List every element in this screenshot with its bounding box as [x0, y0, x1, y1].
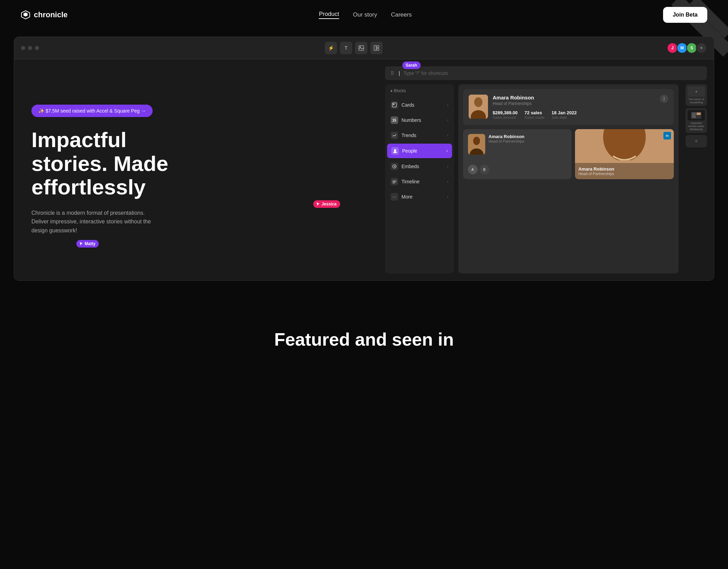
hero-text-panel: ✨ $7.5M seed raised with Accel & Square …: [14, 59, 378, 280]
seed-badge[interactable]: ✨ $7.5M seed raised with Accel & Square …: [31, 105, 153, 117]
svg-rect-30: [697, 113, 701, 115]
profile-name: Amara Robinson: [493, 95, 655, 100]
nav-careers[interactable]: Careers: [391, 11, 412, 18]
svg-point-23: [473, 137, 480, 145]
svg-point-20: [664, 98, 664, 99]
block-item-more[interactable]: ··· More ›: [385, 189, 454, 204]
svg-rect-29: [692, 113, 696, 118]
logo-text: chronicle: [34, 10, 68, 19]
mini-thumb-1[interactable]: ✦ The future of storytelling: [686, 84, 707, 106]
window-toolbar: ⚡ T: [325, 42, 383, 54]
cursor-sarah: Sarah: [402, 61, 421, 69]
logo: chronicle: [21, 10, 68, 20]
more-icon: ···: [391, 193, 398, 201]
svg-rect-5: [377, 46, 379, 48]
numbers-chevron: ›: [447, 118, 449, 123]
timeline-chevron: ›: [447, 179, 449, 184]
window-avatars: J M S +: [668, 42, 707, 54]
toolbar-bolt[interactable]: ⚡: [325, 42, 337, 54]
slash-placeholder: Type "/" for shortcuts: [403, 70, 448, 76]
svg-rect-14: [393, 182, 396, 182]
featured-title: Featured and seen in: [21, 329, 707, 350]
person-card-warm: Amara Robinson Head of Partnerships in: [575, 129, 674, 179]
app-window: ⚡ T J: [14, 37, 714, 281]
cursor-jessica: Jessica: [313, 200, 340, 208]
embeds-icon: [391, 163, 398, 170]
below-fold: Featured and seen in: [0, 301, 728, 377]
window-dot-red: [21, 46, 25, 50]
blocks-area: ♦ Blocks Cards: [385, 84, 707, 273]
profile-stats: $289,389.00 Sales amount 72 sales Sales …: [493, 110, 655, 119]
avatar-add-button[interactable]: +: [696, 42, 707, 54]
svg-rect-7: [392, 103, 396, 107]
profile-info: Amara Robinson Head of Partnerships $289…: [493, 95, 655, 119]
hero-subtext: Chronicle is a modern format of presenta…: [31, 209, 163, 235]
window-dots: [21, 46, 39, 50]
profile-card-menu[interactable]: [660, 95, 668, 103]
drag-handle: ⠿: [391, 70, 394, 76]
toolbar-layout[interactable]: [370, 42, 383, 54]
window-dot-yellow: [28, 46, 32, 50]
cursor-indicator: |: [399, 70, 400, 76]
block-item-cards[interactable]: Cards ›: [385, 97, 454, 113]
svg-rect-6: [377, 48, 379, 50]
nav-links: Product Our story Careers: [319, 11, 412, 19]
linkedin-badge: in: [663, 132, 671, 139]
stat-join-date: 18 Jan 2022 Join date: [552, 110, 577, 119]
svg-point-10: [394, 149, 396, 151]
svg-rect-15: [393, 183, 395, 183]
nav-product[interactable]: Product: [319, 11, 339, 19]
hero-heading: Impactful stories. Made effortlessly: [31, 128, 361, 199]
block-item-timeline[interactable]: Timeline ›: [385, 174, 454, 189]
people-icon: [391, 147, 399, 155]
window-content: ✨ $7.5M seed raised with Accel & Square …: [14, 59, 714, 280]
right-panel: ⠿ | Type "/" for shortcuts Sarah ♦ Block…: [378, 59, 714, 280]
person-card-name-2: Amara Robinson: [578, 166, 670, 172]
join-beta-button[interactable]: Join Beta: [663, 7, 707, 23]
person-photo-2: [575, 129, 674, 160]
svg-point-17: [474, 97, 482, 107]
window-dot-green: [35, 46, 39, 50]
cards-icon: [391, 101, 398, 109]
hero-section: ⚡ T J: [0, 30, 728, 301]
card-avatar-2: B: [480, 165, 489, 174]
person-card-name-1: Amara Robinson: [489, 134, 525, 139]
block-item-trends[interactable]: Trends ›: [385, 128, 454, 143]
cards-preview: Amara Robinson Head of Partnerships $289…: [458, 84, 679, 273]
stat-sales-made: 72 sales Sales made: [525, 110, 545, 119]
blocks-header: ♦ Blocks: [385, 84, 454, 97]
slash-input-bar[interactable]: ⠿ | Type "/" for shortcuts Sarah: [385, 66, 707, 80]
person-card-dark: Amara Robinson Head of Partnerships A B: [463, 129, 572, 179]
person-card-role-1: Head of Partnerships: [489, 139, 525, 143]
card-avatar-1: A: [468, 165, 478, 174]
svg-rect-9: [392, 133, 396, 137]
numbers-icon: 15: [391, 116, 398, 124]
stat-sales-amount: $289,389.00 Sales amount: [493, 110, 518, 119]
toolbar-image[interactable]: [355, 42, 367, 54]
toolbar-text[interactable]: T: [340, 42, 352, 54]
person-card-role-2: Head of Partnerships: [578, 172, 670, 176]
cursor-matty: Matty: [76, 240, 99, 248]
logo-icon: [21, 10, 30, 20]
person-photo-1: [468, 134, 485, 155]
embeds-chevron: ›: [447, 164, 449, 169]
profile-card-large: Amara Robinson Head of Partnerships $289…: [463, 89, 674, 125]
cards-chevron: ›: [447, 103, 449, 107]
block-item-people[interactable]: People ›: [387, 144, 452, 158]
trends-chevron: ›: [447, 133, 449, 138]
mini-thumb-2[interactable]: Impactful stories made effortlessly: [686, 108, 707, 133]
block-item-numbers[interactable]: 15 Numbers ›: [385, 113, 454, 128]
timeline-icon: [391, 178, 398, 185]
more-chevron: ›: [447, 194, 449, 199]
people-chevron: ›: [447, 148, 448, 153]
svg-rect-4: [374, 46, 376, 50]
block-item-embeds[interactable]: Embeds ›: [385, 159, 454, 174]
svg-rect-8: [393, 104, 394, 105]
nav-our-story[interactable]: Our story: [353, 11, 377, 18]
profile-photo-amara: [469, 95, 488, 119]
svg-point-21: [664, 100, 664, 100]
mini-sidebar-add[interactable]: +: [686, 135, 707, 147]
window-titlebar: ⚡ T J: [14, 37, 714, 59]
navbar: chronicle Product Our story Careers Join…: [0, 0, 728, 30]
svg-point-19: [664, 97, 664, 98]
